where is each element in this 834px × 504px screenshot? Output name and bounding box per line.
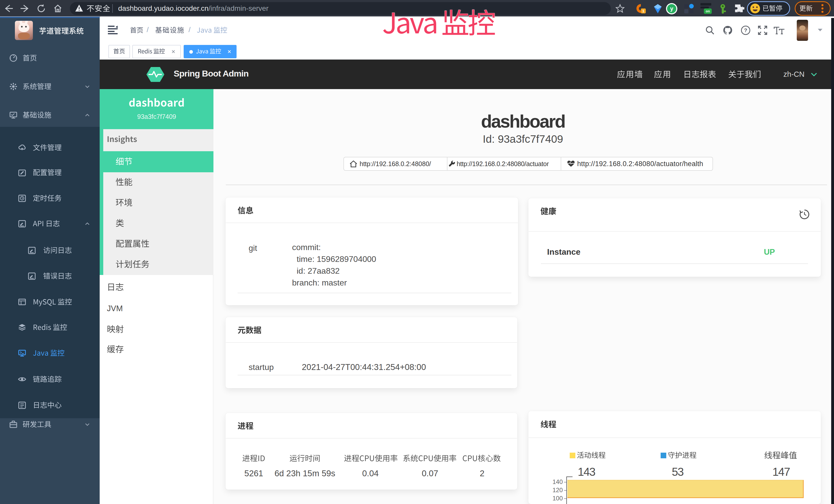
svg-text:?: ?: [744, 27, 747, 33]
svg-text:on: on: [706, 9, 710, 13]
svg-text:y: y: [670, 5, 674, 12]
svg-text:1: 1: [642, 9, 644, 13]
